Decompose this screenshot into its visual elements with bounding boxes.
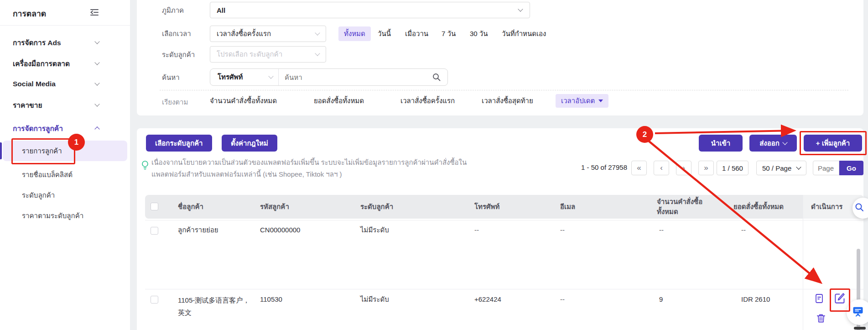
sidebar-title: การตลาด (13, 7, 46, 20)
sort-option-first-order-time[interactable]: เวลาสั่งซื้อครั้งแรก (400, 95, 455, 107)
pagination-first-button[interactable]: « (631, 161, 647, 175)
page-go-button[interactable]: Go (839, 161, 863, 175)
sidebar-item-ads[interactable]: การจัดการ Ads (0, 32, 130, 52)
time-tab-7days[interactable]: 7 วัน (442, 26, 456, 41)
col-header-phone: โทรศัพท์ (474, 202, 499, 212)
pagination-last-button[interactable]: » (698, 161, 714, 175)
region-label: ภูมิภาค (162, 6, 184, 15)
page-jump-input[interactable] (813, 161, 839, 175)
minimized-widget-bar[interactable] (854, 327, 866, 330)
col-header-level: ระดับลูกค้า (360, 202, 393, 212)
chevron-down-icon (796, 164, 801, 169)
annotation-box-add-customer (800, 131, 867, 155)
annotation-step-1: 1 (68, 134, 85, 151)
import-button[interactable]: นำเข้า (699, 135, 743, 152)
cell-name: ลูกค้ารายย่อย (178, 225, 218, 236)
pagination-range: 1 - 50 of 27958 (566, 163, 627, 171)
sidebar-divider (0, 25, 130, 26)
chevron-down-icon (94, 80, 99, 85)
search-input[interactable] (279, 69, 425, 85)
col-header-code: รหัสลูกค้า (260, 202, 289, 212)
search-label: ค้นหา (162, 73, 180, 82)
cell-code: 110530 (260, 294, 282, 305)
sidebar: การตลาด การจัดการ Ads เครื่องมือการตลาด … (0, 0, 130, 330)
cell-orders: -- (659, 225, 664, 236)
search-icon (854, 202, 864, 214)
sidebar-item-price-by-level[interactable]: ราคาตามระดับลูกค้า (0, 205, 130, 226)
level-placeholder: โปรดเลือก ระดับลูกค้า (217, 49, 282, 60)
sidebar-item-customer-level[interactable]: ระดับลูกค้า (0, 185, 130, 205)
row-checkbox[interactable] (151, 296, 158, 304)
time-tab-yesterday[interactable]: เมื่อวาน (405, 26, 428, 41)
search-icon[interactable] (432, 73, 441, 84)
privacy-notice-line2: แพลตฟอร์มสำหรับแพลตฟอร์มเหล่านี้ (เช่น S… (151, 168, 553, 180)
row-divider (145, 220, 863, 220)
cell-total: -- (741, 225, 746, 236)
chevron-down-icon (94, 39, 99, 44)
pagination-prev-button[interactable]: ‹ (654, 161, 669, 175)
sidebar-item-marketing-tools[interactable]: เครื่องมือการตลาด (0, 53, 130, 73)
cell-email: -- (560, 294, 565, 305)
row-divider (145, 289, 863, 289)
level-label: ระดับลูกค้า (162, 50, 195, 59)
chevron-down-icon (518, 6, 523, 11)
search-type-select[interactable]: โทรศัพท์ (210, 69, 279, 85)
time-select[interactable]: เวลาสั่งซื้อครั้งแรก (210, 26, 326, 42)
view-detail-icon[interactable] (814, 293, 825, 306)
time-tab-all[interactable]: ทั้งหมด (338, 26, 371, 41)
cell-phone: -- (474, 225, 479, 236)
sort-selected-update-time[interactable]: เวลาอัปเดต (556, 94, 608, 108)
col-header-actions: ดำเนินการ (811, 202, 842, 212)
filter-panel: ภูมิภาค All เลือกเวลา เวลาสั่งซื้อครั้งแ… (137, 0, 863, 115)
sort-option-total-orders[interactable]: จำนวนคำสั่งซื้อทั้งหมด (210, 95, 277, 107)
sort-option-last-order-time[interactable]: เวลาสั่งซื้อสุดท้าย (482, 95, 533, 107)
select-level-button[interactable]: เลือกระดับลูกค้า (146, 135, 212, 152)
tip-bulb-icon (140, 160, 150, 173)
level-select[interactable]: โปรดเลือก ระดับลูกค้า (210, 46, 326, 63)
sidebar-item-customer-management[interactable]: การจัดการลูกค้า (0, 118, 130, 138)
page-size-select[interactable]: 50 / Page (756, 161, 806, 175)
annotation-box-edit-icon (830, 288, 850, 312)
dropdown-arrow-icon (598, 100, 603, 102)
export-button[interactable]: ส่งออก (749, 135, 797, 152)
col-header-total-sales: ยอดสั่งซื้อทั้งหมด (733, 202, 784, 212)
select-all-checkbox[interactable] (151, 203, 158, 210)
cell-total: IDR 2610 (741, 294, 770, 305)
menu-collapse-icon[interactable] (89, 7, 99, 19)
pagination-page-indicator: 1 / 560 (717, 161, 748, 175)
sort-label: เรียงตาม (162, 98, 188, 107)
time-value: เวลาสั่งซื้อครั้งแรก (217, 28, 271, 39)
row-checkbox[interactable] (151, 227, 158, 235)
chevron-down-icon (268, 73, 273, 79)
region-select[interactable]: All (210, 2, 530, 18)
cell-email: -- (560, 225, 565, 236)
chevron-down-icon (315, 51, 320, 56)
sidebar-item-social-media[interactable]: Social Media (0, 74, 130, 94)
time-tab-custom[interactable]: วันที่กำหนดเอง (502, 26, 546, 41)
search-group: โทรศัพท์ (210, 68, 448, 86)
sidebar-item-blacklist[interactable]: รายชื่อแบล็คลิสต์ (0, 164, 130, 185)
annotation-step-2: 2 (636, 126, 653, 143)
new-rule-button[interactable]: ตั้งค่ากฎใหม่ (222, 135, 277, 152)
privacy-notice-line1: เนื่องจากนโยบายความเป็นส่วนตัวของแพลตฟอร… (151, 157, 553, 168)
chevron-down-icon (782, 140, 787, 145)
sort-option-total-sales[interactable]: ยอดสั่งซื้อทั้งหมด (314, 95, 364, 107)
delete-icon[interactable] (816, 313, 826, 325)
chevron-up-icon (94, 126, 99, 131)
time-tab-today[interactable]: วันนี้ (378, 26, 391, 41)
cell-orders: 9 (659, 294, 663, 305)
cell-code: CN00000000 (260, 225, 300, 236)
sidebar-item-selling-price[interactable]: ราคาขาย (0, 95, 130, 115)
cell-name: 1105-测试多语言客户， 英文 (178, 294, 260, 319)
privacy-notice: เนื่องจากนโยบายความเป็นส่วนตัวของแพลตฟอร… (151, 157, 553, 180)
chevron-down-icon (94, 101, 99, 106)
customer-table-panel: เลือกระดับลูกค้า ตั้งค่ากฎใหม่ นำเข้า ส่… (137, 128, 863, 330)
cell-level: ไม่มีระดับ (360, 225, 389, 236)
filter-divider (160, 90, 848, 90)
annotation-box-customer-list (11, 138, 75, 164)
pagination-next-button[interactable]: › (676, 161, 691, 175)
col-header-name: ชื่อลูกค้า (178, 202, 203, 212)
presentation-board-icon (852, 305, 864, 320)
time-tab-30days[interactable]: 30 วัน (470, 26, 488, 41)
time-label: เลือกเวลา (162, 29, 191, 38)
